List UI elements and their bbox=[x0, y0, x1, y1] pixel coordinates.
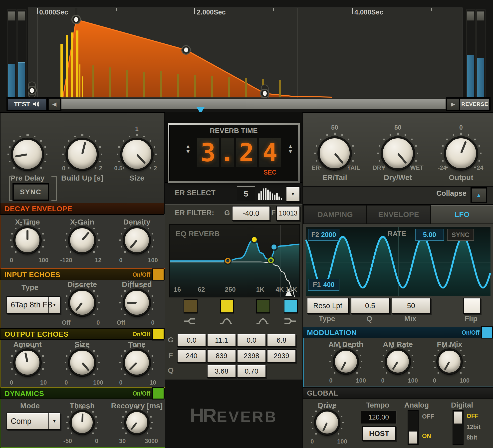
scroll-left-button[interactable]: ◀ bbox=[48, 98, 61, 110]
envelope-control-point[interactable] bbox=[182, 46, 190, 54]
recovery-knob[interactable] bbox=[125, 411, 149, 435]
dynamics-mode-dropdown[interactable]: Comp▼ bbox=[6, 413, 60, 430]
reverb-time-digit-1[interactable]: . bbox=[221, 138, 234, 167]
envelope-control-point[interactable] bbox=[28, 82, 36, 97]
digital-slider-thumb[interactable] bbox=[454, 411, 462, 424]
diffused-knob[interactable] bbox=[123, 289, 150, 316]
knob-tick-dot bbox=[95, 167, 96, 169]
tab-lfo[interactable]: LFO bbox=[430, 205, 493, 224]
lfo-rate-value[interactable]: 5.00 bbox=[415, 229, 444, 241]
eq-gain-cell-3[interactable]: 0.0 bbox=[237, 334, 266, 347]
test-button[interactable]: TEST bbox=[7, 98, 47, 110]
analog-slider[interactable] bbox=[408, 410, 419, 445]
knob-tick-dot bbox=[312, 416, 313, 417]
amount-knob[interactable] bbox=[14, 349, 41, 376]
knob-tick-dot bbox=[93, 251, 95, 253]
reverb-time-digit-3[interactable]: 4 bbox=[259, 138, 281, 167]
discrete-knob[interactable] bbox=[69, 289, 96, 316]
eq-gain-cell-1[interactable]: 0.0 bbox=[177, 334, 206, 347]
eq-band-1-color-button[interactable] bbox=[184, 299, 198, 313]
knob-tick-dot bbox=[125, 411, 127, 413]
knob-tick-dot bbox=[65, 239, 66, 241]
eq-band-marker-1[interactable] bbox=[224, 257, 232, 265]
scrollbar-track[interactable] bbox=[61, 98, 446, 109]
scroll-right-button[interactable]: ▶ bbox=[447, 98, 460, 110]
thresh-knob[interactable] bbox=[70, 411, 94, 435]
envelope-control-point[interactable] bbox=[260, 85, 269, 100]
er-filter-g-value[interactable]: -40.0 bbox=[232, 206, 270, 221]
reverb-time-digit-2[interactable]: 2 bbox=[236, 138, 257, 167]
eq-q-cell-3[interactable]: 0.70 bbox=[237, 365, 266, 378]
reverb-time-spinner-right[interactable]: ▲▼ bbox=[286, 144, 295, 154]
input-type-dropdown[interactable]: 6Tap 8th FB▼ bbox=[6, 296, 60, 314]
high-shelf-icon bbox=[283, 318, 297, 325]
dynamics-mode-dropdown-arrow[interactable]: ▼ bbox=[48, 413, 60, 429]
er-filter-f-value[interactable]: 10013 bbox=[276, 206, 300, 221]
am-rate-knob[interactable] bbox=[385, 349, 410, 374]
eq-freq-cell-4[interactable]: 2939 bbox=[267, 349, 296, 363]
tone-knob[interactable] bbox=[123, 349, 150, 376]
lfo-f2-box[interactable]: F22000 bbox=[308, 229, 339, 241]
lfo-sync-button[interactable]: SYNC bbox=[447, 229, 474, 241]
dynamics-header-onoff-toggle[interactable] bbox=[152, 387, 164, 399]
pre-delay-knob[interactable] bbox=[11, 138, 43, 170]
eq-freq-cell-3[interactable]: 2398 bbox=[237, 349, 266, 363]
knob-tick-dot bbox=[397, 133, 399, 135]
tempo-display[interactable]: 120.00 bbox=[361, 411, 397, 424]
output-size-knob[interactable] bbox=[69, 349, 96, 376]
output-echoes-header-onoff-toggle[interactable] bbox=[152, 328, 164, 340]
eq-band-marker-2[interactable] bbox=[250, 235, 258, 243]
thresh-knob-rotor bbox=[71, 412, 93, 434]
input-echoes-header-onoff-toggle[interactable] bbox=[152, 268, 164, 280]
host-button[interactable]: HOST bbox=[362, 426, 396, 441]
eq-band-4-color-button[interactable] bbox=[284, 299, 298, 313]
tab-envelope[interactable]: ENVELOPE bbox=[367, 205, 430, 224]
eq-q-cell-2[interactable]: 3.68 bbox=[207, 365, 236, 378]
x-gain-knob[interactable] bbox=[69, 227, 96, 254]
lfo-f1-box[interactable]: F1400 bbox=[308, 279, 339, 291]
er-select-value[interactable]: 5 bbox=[237, 186, 255, 201]
tab-damping[interactable]: DAMPING bbox=[303, 205, 367, 224]
eq-gain-cell-2[interactable]: 11.1 bbox=[207, 334, 236, 347]
build-up-knob[interactable] bbox=[66, 138, 98, 170]
lfo-flip-button[interactable] bbox=[463, 298, 481, 314]
recovery-knob-max: 3000 bbox=[145, 438, 158, 445]
density-knob[interactable] bbox=[123, 227, 150, 254]
eq-freq-cell-1[interactable]: 240 bbox=[177, 349, 206, 363]
knob-tick-dot bbox=[411, 139, 413, 140]
eq-gain-cell-4[interactable]: 6.8 bbox=[267, 334, 296, 347]
density-knob-max: 100 bbox=[148, 257, 158, 264]
modulation-header-onoff-toggle[interactable] bbox=[481, 326, 493, 338]
eq-band-2-color-button[interactable] bbox=[220, 299, 234, 313]
eq-freq-label-3: 1K bbox=[256, 286, 264, 293]
envelope-control-point[interactable] bbox=[72, 8, 80, 24]
dry-wet-knob[interactable] bbox=[381, 137, 414, 170]
reverse-button[interactable]: REVERSE bbox=[460, 98, 490, 110]
er-select-dropdown-button[interactable]: ▼ bbox=[286, 186, 300, 202]
er-tail-knob[interactable] bbox=[318, 137, 351, 170]
reverb-time-digit-0[interactable]: 3 bbox=[197, 138, 219, 167]
eq-band-marker-4[interactable] bbox=[270, 243, 278, 251]
knob-tick-dot bbox=[124, 228, 126, 229]
reverb-time-spinner-left[interactable]: ▲▼ bbox=[184, 144, 192, 154]
lfo-filter-mix-button[interactable]: 50 bbox=[392, 298, 431, 314]
pre-delay-sync-button[interactable]: SYNC bbox=[13, 184, 48, 200]
x-time-knob[interactable] bbox=[14, 227, 41, 254]
eq-freq-cell-2[interactable]: 839 bbox=[207, 349, 236, 363]
analog-slider-thumb[interactable] bbox=[409, 431, 417, 444]
drive-knob[interactable] bbox=[315, 410, 340, 435]
fm-mix-knob[interactable] bbox=[437, 349, 462, 374]
size-knob[interactable] bbox=[121, 138, 153, 170]
eq-band-3-color-button[interactable] bbox=[256, 299, 270, 313]
am-depth-knob[interactable] bbox=[333, 349, 358, 374]
digital-slider[interactable] bbox=[453, 410, 464, 445]
lfo-filter-q-button[interactable]: 0.5 bbox=[351, 298, 390, 314]
lfo-filter-type-button[interactable]: Reso Lpf bbox=[307, 298, 349, 314]
output-knob[interactable] bbox=[445, 137, 478, 170]
input-type-dropdown-arrow[interactable]: ▼ bbox=[48, 297, 60, 313]
collapse-button[interactable]: ▲ bbox=[471, 188, 487, 203]
diffused-knob-min: Off bbox=[117, 319, 125, 326]
eq-band-marker-3[interactable] bbox=[267, 256, 275, 264]
knob-tick-dot bbox=[474, 167, 476, 168]
knob-tick-dot bbox=[460, 372, 462, 374]
